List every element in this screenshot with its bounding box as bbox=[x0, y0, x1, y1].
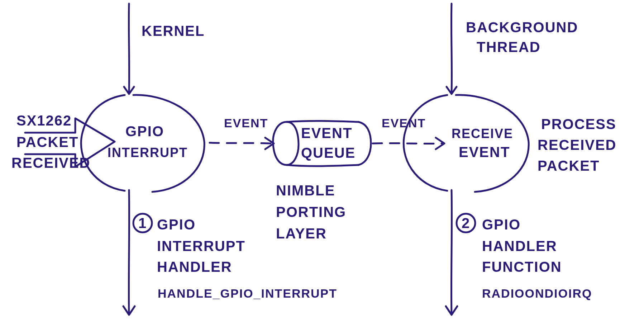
label-background-2: THREAD bbox=[477, 39, 541, 55]
label-event-left: EVENT bbox=[224, 116, 268, 130]
event-arrow-left bbox=[210, 138, 274, 149]
label-step1-a: GPIO bbox=[157, 217, 196, 232]
step-1-marker: 1 bbox=[133, 214, 152, 232]
label-output-3: PACKET bbox=[538, 158, 600, 174]
svg-text:1: 1 bbox=[138, 215, 147, 231]
label-step2-b: HANDLER bbox=[482, 238, 557, 254]
label-step2-d: RADIOONDIOIRQ bbox=[482, 287, 592, 300]
label-step1-c: HANDLER bbox=[157, 259, 232, 275]
diagram-canvas: 1 2 KERNEL BACKGROUND THREAD SX1262 PACK… bbox=[0, 0, 644, 322]
label-queue-1: EVENT bbox=[301, 125, 352, 141]
label-step1-b: INTERRUPT bbox=[157, 238, 245, 254]
label-left-circle-1: GPIO bbox=[125, 123, 164, 139]
label-nimble-3: LAYER bbox=[276, 226, 327, 241]
label-input-2: PACKET bbox=[16, 134, 78, 150]
label-kernel: KERNEL bbox=[142, 23, 205, 39]
step-2-marker: 2 bbox=[457, 214, 475, 232]
label-left-circle-2: INTERRUPT bbox=[108, 145, 188, 160]
label-step2-a: GPIO bbox=[482, 217, 521, 232]
label-queue-2: QUEUE bbox=[301, 145, 356, 161]
label-step2-c: FUNCTION bbox=[482, 259, 562, 275]
event-arrow-right bbox=[373, 138, 444, 149]
svg-text:2: 2 bbox=[462, 215, 470, 231]
label-right-circle-2: EVENT bbox=[459, 144, 510, 160]
label-event-right: EVENT bbox=[382, 116, 426, 130]
label-nimble-1: NIMBLE bbox=[276, 183, 335, 198]
label-input-3: RECEIVED bbox=[11, 155, 91, 171]
label-nimble-2: PORTING bbox=[276, 204, 346, 220]
label-background-1: BACKGROUND bbox=[466, 19, 578, 35]
label-right-circle-1: RECEIVE bbox=[452, 126, 513, 141]
label-step1-d: HANDLE_GPIO_INTERRUPT bbox=[158, 287, 337, 300]
label-input-1: SX1262 bbox=[16, 113, 72, 128]
label-output-2: RECEIVED bbox=[538, 137, 617, 153]
label-output-1: PROCESS bbox=[541, 116, 616, 132]
